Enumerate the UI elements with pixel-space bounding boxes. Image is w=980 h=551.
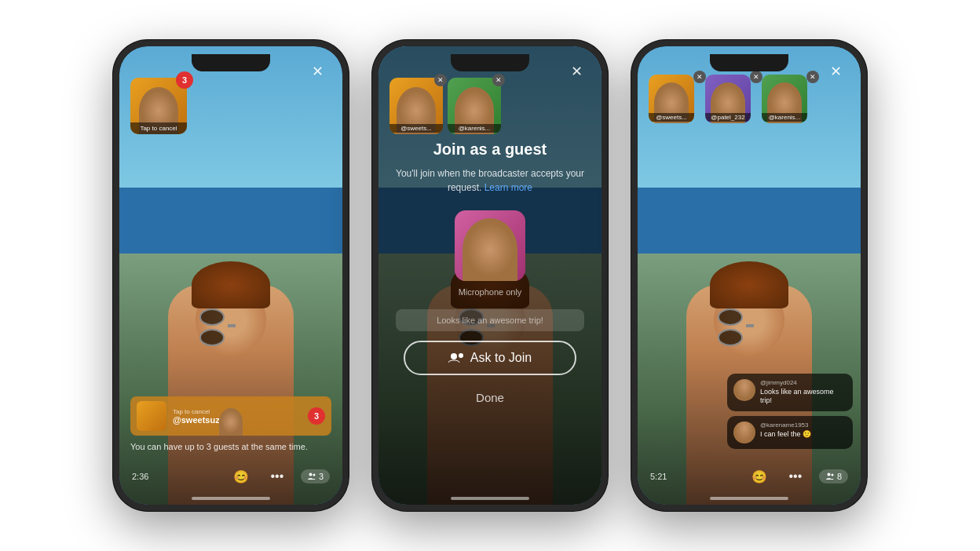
- home-indicator[interactable]: [192, 497, 270, 500]
- microphone-label: Microphone only: [396, 287, 584, 297]
- glasses-left3: [718, 308, 743, 326]
- message-preview: Looks like an awesome trip!: [396, 309, 584, 331]
- guest-username-c: @karenis...: [762, 113, 807, 122]
- broadcast-time3: 5:21: [650, 472, 667, 481]
- phone1-toolbar: 2:36 😊 ••• 3: [119, 464, 342, 489]
- bottom-badge: 3: [308, 407, 325, 425]
- tap-cancel-label: Tap to cancel: [130, 122, 187, 134]
- person-hat3: [710, 261, 788, 308]
- remove-guest-b[interactable]: ✕: [750, 71, 762, 83]
- glasses-bridge: [228, 324, 236, 327]
- remove-guest-2[interactable]: ✕: [492, 74, 505, 86]
- guest-avatar-inner-1: @sweets...: [389, 78, 443, 134]
- bottom-guest-row[interactable]: Tap to cancel @sweetsuzzzie 3: [130, 396, 331, 436]
- broadcast-time: 2:36: [132, 472, 148, 481]
- chat-bubble-1: @jimmyd024 Looks like an awesome trip!: [727, 374, 853, 411]
- glasses-left: [199, 308, 225, 326]
- person-hat: [192, 261, 270, 308]
- guest-avatar-inner-a: @sweets...: [649, 75, 694, 123]
- guest-avatar-b[interactable]: ✕ @patel_232: [705, 75, 759, 131]
- guest-username-a: @sweets...: [649, 113, 694, 122]
- glasses-right: [199, 329, 225, 346]
- home-indicator2[interactable]: [451, 497, 529, 500]
- people-count-number3: 8: [837, 472, 842, 481]
- phone-join-guest: ✕ ✕ @sweets... ✕ @karenis...: [372, 40, 608, 511]
- svg-point-1: [313, 474, 315, 476]
- chat-avatar-2: [733, 421, 755, 443]
- remove-guest-1[interactable]: ✕: [434, 74, 447, 86]
- phone-broadcaster: ✕ Tap to cancel 3 Tap: [113, 40, 349, 511]
- bottom-info-area: Tap to cancel @sweetsuzzzie 3 You can ha…: [119, 390, 342, 458]
- guest-username-b: @patel_232: [705, 113, 751, 122]
- people-icon3: [825, 472, 835, 481]
- svg-point-6: [827, 473, 830, 476]
- person-sunglasses: [199, 308, 262, 327]
- person-head3: [714, 285, 784, 356]
- phone-live-guests: ✕ ✕ @sweets... ✕ @patel_232: [631, 40, 867, 511]
- top-guests-row: ✕ @sweets... ✕ @karenis...: [389, 78, 501, 134]
- done-button[interactable]: Done: [396, 385, 584, 411]
- guest-avatar-inner-b: @patel_232: [705, 75, 751, 123]
- phone3-screen: ✕ ✕ @sweets... ✕ @patel_232: [638, 46, 861, 505]
- remove-guest-c[interactable]: ✕: [806, 71, 819, 83]
- person-sunglasses3: [718, 308, 781, 327]
- glasses-right3: [718, 329, 743, 346]
- phone1-screen: ✕ Tap to cancel 3 Tap: [119, 46, 342, 505]
- ask-join-label: Ask to Join: [470, 351, 532, 365]
- guest-avatar-a[interactable]: ✕ @sweets...: [649, 75, 702, 131]
- chat-avatar-1: [733, 379, 755, 401]
- guest-username-2: @karenis...: [448, 124, 501, 133]
- close-button3[interactable]: ✕: [825, 60, 847, 82]
- svg-point-7: [831, 474, 833, 476]
- top-guests-row3: ✕ @sweets... ✕ @patel_232 ✕: [649, 75, 815, 131]
- chat-avatar-face-2: [733, 421, 755, 443]
- close-button[interactable]: ✕: [306, 60, 328, 82]
- learn-more-link[interactable]: Learn more: [485, 182, 532, 193]
- chat-text-2: I can feel the 🙂: [760, 430, 847, 440]
- phone3-toolbar: 5:21 😊 ••• 8: [638, 464, 861, 489]
- chat-overlay: @jimmyd024 Looks like an awesome trip! @…: [727, 374, 853, 454]
- chat-username-2: @karename1953: [760, 421, 847, 429]
- join-title: Join as a guest: [396, 140, 584, 159]
- phones-container: ✕ Tap to cancel 3 Tap: [97, 24, 883, 527]
- top-guest-avatar[interactable]: Tap to cancel 3: [130, 78, 187, 137]
- glasses-bridge3: [746, 324, 754, 327]
- chat-content-1: @jimmyd024 Looks like an awesome trip!: [760, 379, 847, 406]
- remove-guest-a[interactable]: ✕: [693, 71, 706, 83]
- svg-point-2: [451, 353, 457, 359]
- people-count3[interactable]: 8: [819, 469, 848, 483]
- chat-bubble-2: @karename1953 I can feel the 🙂: [727, 416, 853, 449]
- more-options-button[interactable]: •••: [265, 464, 290, 489]
- user-avatar-join: [455, 210, 525, 281]
- guest-limit-message: You can have up to 3 guests at the same …: [130, 442, 331, 451]
- guest-avatar-2[interactable]: ✕ @karenis...: [448, 78, 501, 134]
- guest-avatar-inner-c: @karenis...: [762, 75, 807, 123]
- home-indicator3[interactable]: [710, 497, 788, 500]
- people-count-number: 3: [319, 472, 324, 481]
- guest-avatar-inner-2: @karenis...: [448, 78, 501, 134]
- guest-avatar-c[interactable]: ✕ @karenis...: [762, 75, 815, 131]
- close-button2[interactable]: ✕: [565, 60, 587, 82]
- guest-avatar-1[interactable]: ✕ @sweets...: [389, 78, 443, 134]
- chat-username-1: @jimmyd024: [760, 379, 847, 386]
- chat-content-2: @karename1953 I can feel the 🙂: [760, 421, 847, 440]
- bottom-guest-avatar: [137, 401, 166, 431]
- people-count[interactable]: 3: [301, 469, 330, 483]
- guest-username-1: @sweets...: [389, 124, 443, 133]
- more-options-button3[interactable]: •••: [783, 464, 808, 489]
- chat-avatar-face-1: [733, 379, 755, 401]
- emoji-button3[interactable]: 😊: [747, 464, 772, 489]
- guest-count-badge: 3: [176, 71, 193, 89]
- ask-to-join-button[interactable]: Ask to Join: [404, 341, 576, 375]
- join-modal: Join as a guest You'll join when the bro…: [396, 140, 584, 411]
- join-icon: [448, 352, 464, 364]
- user-face-join: [463, 218, 517, 281]
- phone2-screen: ✕ ✕ @sweets... ✕ @karenis...: [378, 46, 602, 505]
- svg-point-0: [309, 473, 312, 476]
- chat-text-1: Looks like an awesome trip!: [760, 388, 847, 406]
- emoji-button[interactable]: 😊: [229, 464, 254, 489]
- person-head: [196, 285, 266, 356]
- join-description: You'll join when the broadcaster accepts…: [396, 166, 584, 195]
